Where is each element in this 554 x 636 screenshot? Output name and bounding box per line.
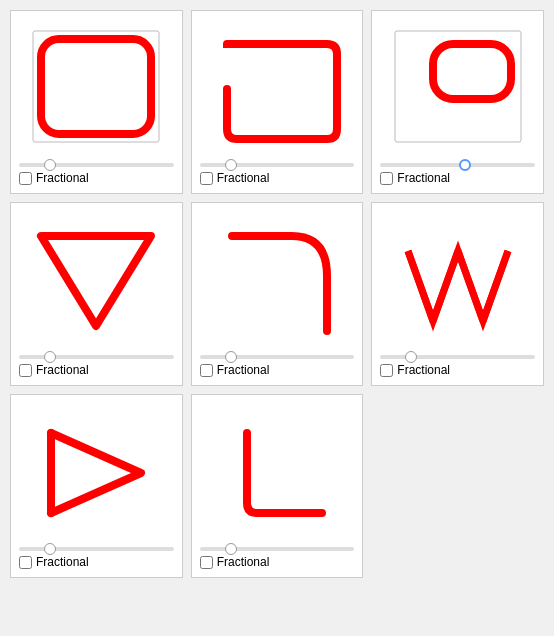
fractional-checkbox-8[interactable] xyxy=(200,556,213,569)
slider-track-6[interactable] xyxy=(380,355,535,359)
slider-thumb-7[interactable] xyxy=(44,543,56,555)
slider-row-3 xyxy=(380,163,535,167)
slider-row-5 xyxy=(200,355,355,359)
slider-thumb-8[interactable] xyxy=(225,543,237,555)
fractional-label-1: Fractional xyxy=(36,171,89,185)
slider-row-1 xyxy=(19,163,174,167)
fractional-label-6: Fractional xyxy=(397,363,450,377)
card-curve: Fractional xyxy=(191,202,364,386)
slider-track-5[interactable] xyxy=(200,355,355,359)
slider-row-6 xyxy=(380,355,535,359)
fractional-label-7: Fractional xyxy=(36,555,89,569)
checkbox-row-7: Fractional xyxy=(19,555,89,569)
svg-rect-3 xyxy=(433,44,511,99)
shape-canvas-4 xyxy=(21,211,171,351)
shape-canvas-8 xyxy=(202,403,352,543)
shape-canvas-5 xyxy=(202,211,352,351)
slider-track-8[interactable] xyxy=(200,547,355,551)
checkbox-row-5: Fractional xyxy=(200,363,270,377)
slider-track-3[interactable] xyxy=(380,163,535,167)
slider-thumb-1[interactable] xyxy=(44,159,56,171)
slider-track-7[interactable] xyxy=(19,547,174,551)
shape-grid: Fractional Fractional xyxy=(10,10,544,578)
slider-thumb-6[interactable] xyxy=(405,351,417,363)
fractional-checkbox-7[interactable] xyxy=(19,556,32,569)
checkbox-row-2: Fractional xyxy=(200,171,270,185)
fractional-label-2: Fractional xyxy=(217,171,270,185)
fractional-checkbox-5[interactable] xyxy=(200,364,213,377)
slider-thumb-3[interactable] xyxy=(459,159,471,171)
checkbox-row-1: Fractional xyxy=(19,171,89,185)
slider-track-4[interactable] xyxy=(19,355,174,359)
card-triangle: Fractional xyxy=(10,202,183,386)
slider-row-2 xyxy=(200,163,355,167)
shape-canvas-2 xyxy=(202,19,352,159)
slider-row-7 xyxy=(19,547,174,551)
card-zigzag: Fractional xyxy=(371,202,544,386)
checkbox-row-3: Fractional xyxy=(380,171,450,185)
checkbox-row-4: Fractional xyxy=(19,363,89,377)
slider-thumb-2[interactable] xyxy=(225,159,237,171)
card-rounded-rect-full: Fractional xyxy=(10,10,183,194)
fractional-checkbox-3[interactable] xyxy=(380,172,393,185)
svg-rect-0 xyxy=(41,39,151,134)
shape-canvas-6 xyxy=(383,211,533,351)
svg-marker-4 xyxy=(41,236,151,326)
shape-canvas-7 xyxy=(21,403,171,543)
fractional-checkbox-2[interactable] xyxy=(200,172,213,185)
slider-track-1[interactable] xyxy=(19,163,174,167)
card-arrow: Fractional xyxy=(10,394,183,578)
checkbox-row-8: Fractional xyxy=(200,555,270,569)
slider-row-8 xyxy=(200,547,355,551)
fractional-label-8: Fractional xyxy=(217,555,270,569)
slider-track-2[interactable] xyxy=(200,163,355,167)
fractional-label-4: Fractional xyxy=(36,363,89,377)
shape-canvas-3 xyxy=(383,19,533,159)
fractional-label-3: Fractional xyxy=(397,171,450,185)
checkbox-row-6: Fractional xyxy=(380,363,450,377)
slider-thumb-4[interactable] xyxy=(44,351,56,363)
svg-rect-1 xyxy=(33,31,159,142)
card-rounded-rect-partial: Fractional xyxy=(191,10,364,194)
fractional-label-5: Fractional xyxy=(217,363,270,377)
fractional-checkbox-1[interactable] xyxy=(19,172,32,185)
fractional-checkbox-6[interactable] xyxy=(380,364,393,377)
card-rounded-rect-small: Fractional xyxy=(371,10,544,194)
slider-thumb-5[interactable] xyxy=(225,351,237,363)
fractional-checkbox-4[interactable] xyxy=(19,364,32,377)
slider-row-4 xyxy=(19,355,174,359)
shape-canvas-1 xyxy=(21,19,171,159)
card-corner: Fractional xyxy=(191,394,364,578)
